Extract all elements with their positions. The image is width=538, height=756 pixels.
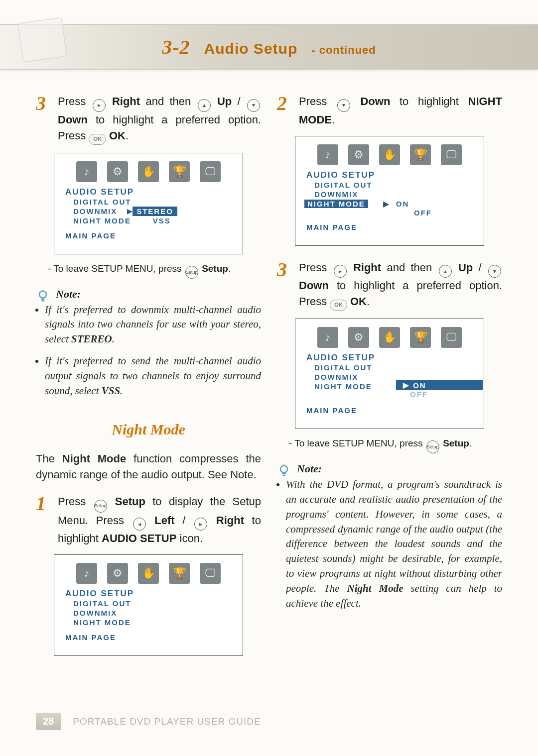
step-1-text: Press Setup Setup to display the Setup M…: [58, 494, 261, 546]
osd-icon-pref: ✋: [138, 161, 159, 182]
osd-item-night-mode: NIGHT MODE: [73, 618, 234, 627]
device-illustration: [17, 17, 67, 63]
leave-setup-note: - To leave SETUP MENU, press Setup Setup…: [289, 438, 502, 453]
osd-downmix-options: ♪ ⚙ ✋ 🏆 🖵 AUDIO SETUP DIGITAL OUT DOWNMI…: [54, 153, 243, 254]
left-step-1: 1 Press Setup Setup to display the Setup…: [36, 494, 261, 546]
osd-title: AUDIO SETUP: [306, 353, 475, 363]
osd-main-page: MAIN PAGE: [306, 406, 475, 415]
right-icon: ▸: [334, 265, 347, 278]
osd-icon-tv: 🖵: [441, 327, 462, 348]
night-mode-intro: The Night Mode function compresses the d…: [36, 451, 261, 483]
osd-icon-video: ⚙: [348, 144, 369, 165]
osd-item-digital-out: DIGITAL OUT: [314, 180, 475, 190]
svg-point-0: [39, 291, 46, 298]
osd-icon-lock: 🏆: [410, 327, 431, 348]
osd-item-night-mode: NIGHT MODE: [73, 216, 131, 225]
setup-icon: Setup: [94, 500, 107, 513]
footer-text: PORTABLE DVD PLAYER USER GUIDE: [73, 716, 261, 727]
section-label: Audio Setup: [204, 40, 298, 57]
step-number-1: 1: [36, 494, 51, 546]
leave-setup-note: - To leave SETUP MENU, press Setup Setup…: [48, 263, 261, 279]
osd-opt-on-hl: ON: [413, 381, 426, 390]
left-icon: ◂: [133, 518, 146, 531]
right-step-3: 3 Press ▸ Right and then ▴ Up / ▾ Down t…: [277, 260, 502, 311]
osd-icon-audio: ♪: [76, 563, 97, 584]
left-step-3: 3 Press ▸ Right and then ▴ Up / ▾ Down t…: [36, 94, 261, 145]
section-number: 3-2: [162, 36, 190, 58]
step-number-2: 2: [277, 94, 292, 128]
step-3-text: Press ▸ Right and then ▴ Up / ▾ Down to …: [299, 260, 502, 311]
osd-item-digital-out: DIGITAL OUT: [73, 599, 234, 608]
note-list: If it's preferred to downmix multi-chann…: [45, 303, 261, 399]
osd-audio-setup-plain: ♪ ⚙ ✋ 🏆 🖵 AUDIO SETUP DIGITAL OUT DOWNMI…: [54, 554, 243, 656]
osd-row-downmix: DOWNMIX ▶ STEREO: [63, 207, 234, 216]
content-columns: 3 Press ▸ Right and then ▴ Up / ▾ Down t…: [0, 70, 538, 665]
osd-icon-pref: ✋: [379, 327, 400, 348]
osd-title: AUDIO SETUP: [65, 589, 234, 599]
note-heading: Note:: [56, 288, 261, 301]
osd-icon-video: ⚙: [348, 327, 369, 348]
note-item-stereo: If it's preferred to downmix multi-chann…: [45, 303, 261, 347]
osd-icon-tv: 🖵: [200, 161, 221, 182]
step-number-3: 3: [36, 94, 51, 145]
osd-title: AUDIO SETUP: [306, 170, 475, 180]
osd-on-highlight-bar: ▶ ON OFF: [397, 380, 483, 399]
osd-opt-off: OFF: [414, 209, 475, 217]
page-header: 3-2 Audio Setup - continued: [0, 24, 538, 70]
osd-icon-row: ♪ ⚙ ✋ 🏆 🖵: [63, 563, 234, 584]
osd-icon-audio: ♪: [317, 327, 338, 348]
osd-item-digital-out: DIGITAL OUT: [73, 197, 234, 207]
pointer-icon: ▶: [403, 381, 410, 390]
osd-icon-row: ♪ ⚙ ✋ 🏆 🖵: [63, 161, 234, 182]
osd-opt-off: OFF: [410, 390, 428, 399]
note-heading: Note:: [297, 462, 502, 475]
osd-icon-pref: ✋: [379, 144, 400, 165]
osd-title: AUDIO SETUP: [65, 187, 234, 197]
svg-point-1: [280, 466, 287, 473]
osd-item-downmix: DOWNMIX: [73, 608, 234, 618]
osd-item-night-mode-hl: NIGHT MODE: [304, 200, 368, 208]
pointer-icon: ▶: [383, 199, 389, 209]
osd-row-nightmode: NIGHT MODE VSS: [63, 216, 234, 225]
note-list: With the DVD format, a program's soundtr…: [286, 477, 502, 611]
osd-opt-vss: VSS: [153, 216, 171, 225]
osd-item-digital-out: DIGITAL OUT: [314, 363, 475, 372]
left-column: 3 Press ▸ Right and then ▴ Up / ▾ Down t…: [36, 94, 261, 665]
osd-icon-tv: 🖵: [441, 144, 462, 165]
step-3-text: Press ▸ Right and then ▴ Up / ▾ Down to …: [58, 94, 261, 145]
up-icon: ▴: [198, 99, 211, 112]
page-number: 28: [36, 713, 61, 730]
step-2-text: Press ▾ Down to highlight NIGHT MODE.: [299, 94, 502, 128]
bulb-icon: [36, 289, 50, 303]
right-icon: ▸: [194, 518, 207, 531]
osd-icon-pref: ✋: [138, 563, 159, 584]
ok-icon: OK: [89, 134, 106, 145]
header-title: 3-2 Audio Setup - continued: [162, 35, 376, 59]
down-icon: ▾: [337, 99, 350, 112]
osd-icon-lock: 🏆: [169, 161, 190, 182]
section-sub: - continued: [311, 44, 376, 56]
osd-icon-lock: 🏆: [410, 144, 431, 165]
osd-night-mode-on-selected: ♪ ⚙ ✋ 🏆 🖵 AUDIO SETUP DIGITAL OUT DOWNMI…: [295, 319, 484, 429]
right-step-2: 2 Press ▾ Down to highlight NIGHT MODE.: [277, 94, 502, 128]
right-icon: ▸: [93, 99, 106, 112]
step-number-3: 3: [277, 260, 292, 311]
osd-opt-on: ON: [396, 200, 409, 208]
osd-main-page: MAIN PAGE: [65, 633, 234, 642]
setup-icon: Setup: [426, 440, 439, 453]
osd-icon-lock: 🏆: [169, 563, 190, 584]
page-footer: 28 PORTABLE DVD PLAYER USER GUIDE: [0, 713, 538, 730]
note-block: Note:: [277, 462, 502, 477]
note-block: Note:: [36, 288, 261, 303]
up-icon: ▴: [439, 265, 452, 278]
osd-icon-row: ♪ ⚙ ✋ 🏆 🖵: [304, 327, 475, 348]
right-column: 2 Press ▾ Down to highlight NIGHT MODE. …: [277, 94, 502, 665]
osd-night-mode-highlight: ♪ ⚙ ✋ 🏆 🖵 AUDIO SETUP DIGITAL OUT DOWNMI…: [295, 136, 484, 246]
osd-icon-video: ⚙: [107, 563, 128, 584]
pointer-icon: ▶: [127, 207, 133, 215]
note-item-vss: If it's preferred to send the multi-chan…: [45, 354, 261, 398]
osd-icon-audio: ♪: [317, 144, 338, 165]
osd-icon-row: ♪ ⚙ ✋ 🏆 🖵: [304, 144, 475, 165]
note-item-nightmode: With the DVD format, a program's soundtr…: [286, 477, 502, 611]
down-icon: ▾: [247, 99, 260, 112]
